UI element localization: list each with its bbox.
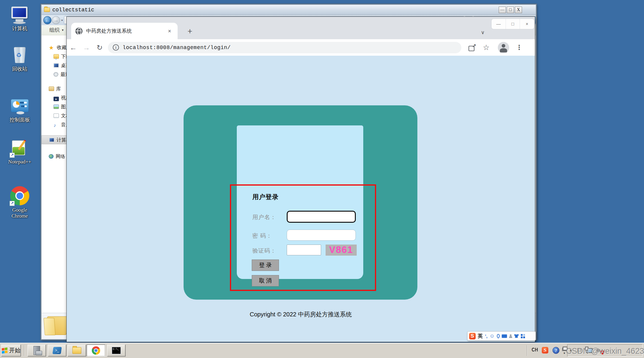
folder-icon	[72, 347, 81, 354]
close-button[interactable]: ×	[520, 19, 534, 29]
address-bar[interactable]: i localhost:8008/management/login/	[108, 42, 461, 53]
taskbar-item-powershell[interactable]: >_	[48, 345, 66, 357]
browser-window: 中药房处方推送系统 × ＋ — □ × ∨ ← → ↻ i localhost:…	[66, 16, 535, 342]
server-toolbox-icon	[33, 346, 40, 355]
folder-icon	[44, 7, 50, 12]
taskbar: 开始 >_ C:\_ CH S ? « ⚐ × 17:47 2023/4/29	[0, 343, 644, 358]
downloads-icon: ↓	[54, 54, 59, 59]
minimize-button[interactable]: —	[499, 7, 506, 13]
skin-icon[interactable]	[514, 334, 519, 338]
ime-language-bar: S 英 ’, ☺	[467, 331, 536, 341]
sogou-tray-icon[interactable]: S	[542, 347, 548, 354]
csdn-watermark: CSDN @weixin_46233429	[566, 347, 644, 356]
bookmark-star-icon[interactable]: ☆	[483, 43, 489, 52]
tab-strip: 中药房处方推送系统 × ＋ — □ × ∨	[67, 17, 535, 39]
tray-divider	[527, 345, 527, 356]
back-button[interactable]: ←	[67, 43, 80, 52]
login-button[interactable]: 登 录	[252, 260, 279, 271]
command-prompt-icon: C:\_	[112, 347, 121, 354]
browser-toolbar: ← → ↻ i localhost:8008/management/login/…	[67, 39, 535, 56]
shortcut-arrow-icon: ↗	[10, 201, 15, 206]
recent-places-icon	[54, 72, 58, 77]
tab-title: 中药房处方推送系统	[86, 28, 162, 34]
chrome-icon	[92, 346, 100, 355]
reload-button[interactable]: ↻	[93, 43, 106, 52]
taskbar-item-cmd[interactable]: C:\_	[107, 345, 126, 357]
explorer-window-title: collectstatic	[52, 7, 94, 13]
powershell-icon: >_	[52, 347, 62, 354]
control-panel-icon	[9, 97, 30, 116]
music-icon: ♪	[54, 123, 59, 128]
tab-close-icon[interactable]: ×	[166, 28, 173, 34]
globe-icon	[75, 28, 83, 35]
desktop-icon-notepadpp[interactable]: ↗ Notepad++	[2, 139, 37, 165]
sogou-logo-icon[interactable]: S	[469, 333, 476, 339]
libraries-icon	[49, 87, 54, 91]
desktop-icon-label: 计算机	[2, 26, 37, 32]
new-tab-button[interactable]: ＋	[184, 26, 195, 37]
star-icon: ★	[49, 45, 55, 50]
notepadpp-icon: ↗	[9, 139, 30, 158]
desktop-icon-label: 控制面板	[2, 117, 37, 123]
keyboard-icon[interactable]	[502, 334, 507, 338]
punctuation-icon[interactable]: ’,	[485, 334, 487, 338]
taskbar-divider	[24, 345, 25, 356]
desktop-monitor-icon	[54, 63, 59, 68]
desktop-icon-control-panel[interactable]: 控制面板	[2, 97, 37, 123]
taskbar-item-computer-management[interactable]	[28, 345, 46, 357]
chrome-icon: ↗	[9, 186, 30, 206]
url-text[interactable]: localhost:8008/management/login/	[123, 45, 231, 51]
desktop-icon-label: 回收站	[2, 66, 37, 72]
network-icon	[49, 154, 54, 159]
maximize-button[interactable]: □	[507, 7, 514, 13]
windows-logo-icon	[1, 348, 8, 354]
profile-avatar[interactable]	[498, 42, 509, 53]
desktop-icon-label: Notepad++	[2, 159, 37, 165]
menu-kebab-icon[interactable]: ⋮	[516, 44, 522, 51]
taskbar-item-explorer[interactable]	[68, 345, 86, 357]
recycle-bin-icon: ♻	[9, 46, 30, 65]
explorer-title-bar[interactable]: collectstatic — □ X	[42, 5, 536, 15]
share-icon[interactable]	[468, 44, 476, 51]
tab-search-chevron-icon[interactable]: ∨	[481, 29, 485, 36]
organize-menu[interactable]: 组织	[49, 27, 59, 34]
videos-icon: ▸	[54, 97, 59, 101]
copyright-text: Copyright © 2022 中药房处方推送系统	[67, 310, 535, 318]
close-button[interactable]: X	[515, 7, 522, 13]
account-icon[interactable]	[509, 334, 512, 338]
ime-menu-icon[interactable]	[521, 334, 525, 338]
tab-pharmacy-system[interactable]: 中药房处方推送系统 ×	[71, 23, 178, 39]
desktop-icon-computer[interactable]: 计算机	[2, 6, 37, 32]
taskbar-item-chrome[interactable]	[87, 345, 105, 357]
ime-mode-toggle[interactable]: 英	[478, 333, 483, 339]
cancel-button[interactable]: 取 消	[252, 275, 279, 286]
start-button[interactable]: 开始	[1, 345, 21, 357]
forward-button[interactable]: →	[80, 43, 93, 52]
back-button[interactable]: ←	[43, 16, 51, 24]
language-indicator[interactable]: CH	[532, 347, 538, 353]
desktop-screen: 计算机 ♻ 回收站 控制面板 ↗ Notepad++ ↗ Google Chro…	[0, 0, 644, 358]
microphone-icon[interactable]	[497, 334, 500, 338]
history-dropdown-icon[interactable]: ▾	[61, 19, 63, 22]
computer-icon	[49, 138, 54, 142]
forward-button[interactable]: →	[52, 16, 60, 24]
chevron-down-icon[interactable]: ▾	[62, 28, 64, 32]
documents-icon	[54, 113, 59, 118]
desktop-icon-google-chrome[interactable]: ↗ Google Chrome	[2, 186, 37, 219]
emoji-icon[interactable]: ☺	[489, 333, 495, 339]
shortcut-arrow-icon: ↗	[10, 153, 15, 158]
desktop-icon-label: Google Chrome	[2, 207, 37, 219]
web-page: 用户登录 用户名： 密 码： 验证码： V861 登 录 取 消 Copyrig…	[67, 56, 535, 342]
restore-button[interactable]: □	[506, 19, 520, 29]
desktop-icon-recycle-bin[interactable]: ♻ 回收站	[2, 46, 37, 72]
folder-icon	[45, 316, 68, 335]
window-controls: — □ ×	[491, 19, 534, 29]
minimize-button[interactable]: —	[492, 19, 506, 29]
pictures-icon	[54, 104, 59, 109]
computer-icon	[9, 6, 30, 25]
info-icon[interactable]: i	[113, 44, 119, 51]
start-label: 开始	[9, 347, 21, 354]
help-icon[interactable]: ?	[553, 347, 559, 354]
